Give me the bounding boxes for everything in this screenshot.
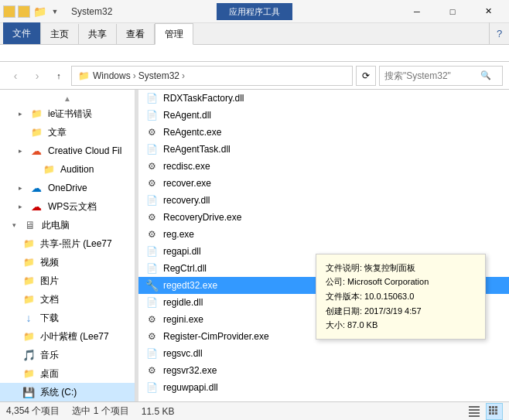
up-button[interactable]: ↑	[50, 67, 68, 85]
file-item[interactable]: 📄 ReAgent.dll	[138, 107, 509, 124]
dll-icon: 📄	[145, 244, 159, 258]
folder-icon-docs: 📁	[29, 125, 43, 139]
forward-button[interactable]: ›	[28, 67, 46, 85]
sidebar: ▲ ▸ 📁 ie证书错误 📁 文章 ▸ ☁ Creative Cloud Fil…	[0, 90, 135, 401]
exe-icon: ⚙	[145, 210, 159, 224]
file-item[interactable]: ⚙ reg.exe	[138, 226, 509, 243]
sidebar-item-xiaoyezicao[interactable]: 📁 小叶紫檀 (Lee77	[0, 327, 135, 346]
expand-wps[interactable]: ▸	[15, 202, 25, 211]
file-item[interactable]: 📄 regsvc.dll	[138, 345, 509, 362]
maximize-button[interactable]: □	[435, 0, 470, 23]
sidebar-label-video: 视频	[40, 256, 59, 269]
tab-file[interactable]: 文件	[3, 22, 41, 44]
tab-home[interactable]: 主页	[41, 24, 79, 44]
svg-rect-10	[489, 412, 491, 415]
sidebar-item-wps[interactable]: ▸ ☁ WPS云文档	[0, 197, 135, 216]
file-name: recovery.dll	[163, 195, 210, 206]
tab-manage[interactable]: 管理	[155, 23, 193, 45]
status-left: 4,354 个项目 选中 1 个项目 11.5 KB	[6, 405, 174, 418]
title-bar: 📁 ▼ System32 应用程序工具 ─ □ ✕	[0, 0, 509, 23]
folder-icon-xiaoyezicao: 📁	[22, 330, 36, 343]
tooltip-size: 大小: 87.0 KB	[326, 318, 476, 333]
folder-icon-video: 📁	[22, 255, 36, 269]
sidebar-item-docs[interactable]: 📁 文章	[0, 123, 135, 142]
file-item[interactable]: ⚙ RecoveryDrive.exe	[138, 209, 509, 226]
svg-rect-7	[489, 409, 491, 411]
expand-ie-cert[interactable]: ▸	[15, 109, 25, 118]
onedrive-icon: ☁	[29, 181, 43, 195]
back-quick-icon[interactable]	[3, 5, 15, 18]
file-item[interactable]: ⚙ recdisc.exe	[138, 158, 509, 175]
file-item[interactable]: ⚙ recover.exe	[138, 175, 509, 192]
expand-this-pc[interactable]: ▾	[9, 220, 19, 230]
status-right	[466, 403, 503, 420]
sidebar-item-this-pc[interactable]: ▾ 🖥 此电脑	[0, 216, 135, 234]
file-item[interactable]: 📄 ReAgentTask.dll	[138, 141, 509, 158]
sidebar-item-camera[interactable]: 📁 共享-照片 (Lee77	[0, 234, 135, 253]
sidebar-item-video[interactable]: 📁 视频	[0, 253, 135, 271]
file-name: reguwpapi.dll	[163, 382, 218, 393]
search-icon: 🔍	[480, 70, 491, 80]
expand-audition[interactable]	[28, 165, 37, 174]
sidebar-label-desktop: 桌面	[40, 367, 59, 381]
scroll-up[interactable]: ▲	[0, 93, 135, 104]
search-box[interactable]: 🔍	[379, 66, 503, 86]
sidebar-item-documents[interactable]: 📁 文档	[0, 290, 135, 309]
ribbon-tabs-bar: 文件 主页 共享 查看 管理 ?	[0, 23, 509, 45]
dll-icon: 📄	[145, 91, 159, 105]
expand-onedrive[interactable]: ▸	[15, 183, 25, 193]
view-detail-button[interactable]	[486, 403, 503, 420]
help-button[interactable]: ?	[489, 22, 509, 44]
sidebar-item-desktop[interactable]: 📁 桌面	[0, 364, 135, 383]
sidebar-label-this-pc: 此电脑	[42, 219, 70, 232]
sidebar-item-pictures[interactable]: 📁 图片	[0, 271, 135, 290]
file-item[interactable]: 📄 reguwpapi.dll	[138, 379, 509, 396]
dll-icon: 📄	[145, 261, 159, 275]
view-list-button[interactable]	[466, 403, 483, 420]
folder-icon-camera: 📁	[22, 237, 36, 251]
title-bar-title: System32	[71, 6, 112, 17]
sidebar-label-xiaoyezicao: 小叶紫檀 (Lee77	[40, 330, 109, 343]
sidebar-item-creative-cloud[interactable]: ▸ ☁ Creative Cloud Fil	[0, 142, 135, 160]
minimize-button[interactable]: ─	[399, 0, 435, 23]
sidebar-item-audition[interactable]: 📁 Audition	[0, 160, 135, 179]
file-name: ReAgent.dll	[163, 110, 211, 121]
exe-icon: ⚙	[145, 125, 159, 139]
sidebar-item-system-c[interactable]: 💾 系统 (C:)	[0, 383, 135, 401]
expand-creative[interactable]: ▸	[15, 146, 25, 155]
back-button[interactable]: ‹	[6, 67, 25, 85]
sidebar-item-music[interactable]: 🎵 音乐	[0, 346, 135, 364]
refresh-button[interactable]: ⟳	[356, 66, 376, 86]
folder-icon-documents: 📁	[22, 292, 36, 306]
sidebar-item-downloads[interactable]: ↓ 下载	[0, 309, 135, 327]
expand-docs[interactable]	[15, 128, 25, 137]
file-name: recdisc.exe	[163, 161, 210, 172]
address-path[interactable]: 📁 Windows › System32 ›	[71, 66, 353, 86]
sidebar-label-creative: Creative Cloud Fil	[48, 145, 121, 156]
file-name: reg.exe	[163, 229, 194, 240]
file-name-selected: regedt32.exe	[163, 280, 217, 291]
sidebar-label-music: 音乐	[40, 349, 59, 362]
addr-part-windows[interactable]: Windows	[93, 70, 131, 81]
view-list-icon	[469, 406, 480, 417]
addr-part-system32[interactable]: System32	[138, 70, 179, 81]
tab-share[interactable]: 共享	[79, 24, 117, 44]
file-name: RegCtrl.dll	[163, 263, 207, 274]
close-button[interactable]: ✕	[470, 0, 506, 23]
file-item[interactable]: ⚙ ReAgentc.exe	[138, 124, 509, 141]
dropdown-quick-icon[interactable]: ▼	[48, 5, 62, 19]
tab-view[interactable]: 查看	[117, 24, 155, 44]
sidebar-item-onedrive[interactable]: ▸ ☁ OneDrive	[0, 179, 135, 197]
file-item[interactable]: 📄 RDXTaskFactory.dll	[138, 90, 509, 107]
file-item[interactable]: 📄 recovery.dll	[138, 192, 509, 209]
file-name: regidle.dll	[163, 297, 203, 308]
file-name: Register-CimProvider.exe	[163, 331, 269, 342]
up-quick-icon[interactable]	[18, 5, 30, 18]
search-input[interactable]	[384, 70, 477, 81]
folder-icon: 📁	[29, 107, 43, 121]
tooltip-description: 文件说明: 恢复控制面板	[326, 261, 476, 275]
sidebar-item-ie-cert[interactable]: ▸ 📁 ie证书错误	[0, 104, 135, 123]
folder-quick-icon[interactable]: 📁	[32, 5, 46, 19]
file-item[interactable]: ⚙ regsvr32.exe	[138, 362, 509, 379]
dll-icon: 📄	[145, 108, 159, 122]
